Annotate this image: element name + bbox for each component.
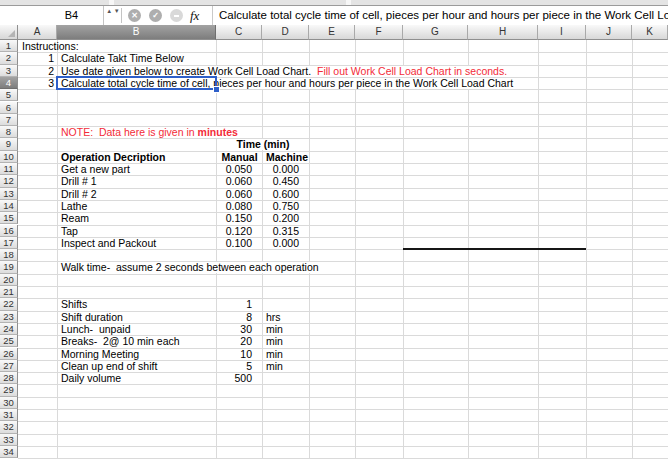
cell-B26[interactable]: Morning Meeting (58, 349, 216, 360)
cell-C17[interactable]: 0.100 (217, 238, 262, 249)
cell-B10[interactable]: Operation Decription (58, 152, 216, 163)
row-header-6[interactable]: 6 (0, 102, 18, 114)
column-header-D[interactable]: D (262, 25, 309, 40)
fill-handle[interactable] (213, 86, 220, 93)
row-header-11[interactable]: 11 (0, 163, 18, 175)
row-header-24[interactable]: 24 (0, 323, 18, 335)
row-header-22[interactable]: 22 (0, 298, 18, 310)
cell-B16[interactable]: Tap (58, 226, 216, 237)
cell-B2[interactable]: Calculate Takt Time Below (58, 53, 216, 64)
cell-C12[interactable]: 0.060 (217, 176, 262, 187)
row-header-27[interactable]: 27 (0, 360, 18, 372)
row-header-5[interactable]: 5 (0, 89, 18, 101)
cell-D27[interactable]: min (263, 361, 309, 372)
row-header-16[interactable]: 16 (0, 225, 18, 237)
cell-D23[interactable]: hrs (263, 312, 309, 323)
row-header-20[interactable]: 20 (0, 274, 18, 286)
column-header-H[interactable]: H (468, 25, 538, 40)
cell-B25[interactable]: Breaks- 2@ 10 min each (58, 336, 216, 347)
cell-B8[interactable]: NOTE: Data here is given in minutes (58, 127, 241, 138)
cell-B17[interactable]: Inspect and Packout (58, 238, 216, 249)
row-header-30[interactable]: 30 (0, 397, 18, 409)
row-header-18[interactable]: 18 (0, 249, 18, 261)
cell-C27[interactable]: 5 (217, 361, 262, 372)
select-all-corner[interactable] (0, 25, 18, 40)
column-header-K[interactable]: K (632, 25, 668, 40)
row-header-3[interactable]: 3 (0, 65, 18, 77)
cell-A2[interactable]: 1 (19, 53, 57, 64)
row-header-1[interactable]: 1 (0, 40, 18, 52)
cell-text: 500 (234, 372, 252, 384)
cell-C24[interactable]: 30 (217, 324, 262, 335)
column-header-E[interactable]: E (309, 25, 355, 40)
cell-B19[interactable]: Walk time- assume 2 seconds between each… (58, 262, 322, 273)
cell-D13[interactable]: 0.600 (263, 189, 309, 200)
cell-A1[interactable]: Instructions: (19, 41, 57, 52)
gridline-horizontal (18, 446, 668, 447)
column-header-B[interactable]: B (57, 25, 216, 40)
row-header-21[interactable]: 21 (0, 286, 18, 298)
cell-B23[interactable]: Shift duration (58, 312, 216, 323)
cell-D26[interactable]: min (263, 349, 309, 360)
cell-C25[interactable]: 20 (217, 336, 262, 347)
cell-C22[interactable]: 1 (217, 299, 262, 310)
row-header-32[interactable]: 32 (0, 421, 18, 433)
column-header-F[interactable]: F (355, 25, 403, 40)
cell-B11[interactable]: Get a new part (58, 164, 216, 175)
row-header-17[interactable]: 17 (0, 237, 18, 249)
row-header-34[interactable]: 34 (0, 446, 18, 458)
cell-C28[interactable]: 500 (217, 373, 262, 384)
column-header-G[interactable]: G (403, 25, 468, 40)
row-header-19[interactable]: 19 (0, 261, 18, 273)
row-header-10[interactable]: 10 (0, 151, 18, 163)
row-header-25[interactable]: 25 (0, 335, 18, 347)
row-header-13[interactable]: 13 (0, 188, 18, 200)
cell-C11[interactable]: 0.050 (217, 164, 262, 175)
cell-D17[interactable]: 0.000 (263, 238, 309, 249)
cell-B13[interactable]: Drill # 2 (58, 189, 216, 200)
cell-C23[interactable]: 8 (217, 312, 262, 323)
row-header-4[interactable]: 4 (0, 77, 18, 89)
cell-D14[interactable]: 0.750 (263, 201, 309, 212)
column-header-J[interactable]: J (586, 25, 632, 40)
row-header-7[interactable]: 7 (0, 114, 18, 126)
column-header-A[interactable]: A (18, 25, 57, 40)
cell-D16[interactable]: 0.315 (263, 226, 309, 237)
cell-A4[interactable]: 3 (19, 78, 57, 89)
row-header-8[interactable]: 8 (0, 126, 18, 138)
row-header-23[interactable]: 23 (0, 311, 18, 323)
cell-B24[interactable]: Lunch- unpaid (58, 324, 216, 335)
cell-B22[interactable]: Shifts (58, 299, 216, 310)
column-header-C[interactable]: C (216, 25, 262, 40)
cell-C13[interactable]: 0.060 (217, 189, 262, 200)
cell-D25[interactable]: min (263, 336, 309, 347)
column-header-I[interactable]: I (538, 25, 586, 40)
cell-B28[interactable]: Daily volume (58, 373, 216, 384)
cell-C26[interactable]: 10 (217, 349, 262, 360)
row-header-15[interactable]: 15 (0, 212, 18, 224)
row-header-31[interactable]: 31 (0, 409, 18, 421)
cell-C10[interactable]: Manual (217, 152, 262, 163)
cell-B14[interactable]: Lathe (58, 201, 216, 212)
cell-B27[interactable]: Clean up end of shift (58, 361, 216, 372)
cell-C16[interactable]: 0.120 (217, 226, 262, 237)
cell-D10[interactable]: Machine (263, 152, 309, 163)
row-header-28[interactable]: 28 (0, 372, 18, 384)
cell-D24[interactable]: min (263, 324, 309, 335)
cell-C15[interactable]: 0.150 (217, 213, 262, 224)
row-header-26[interactable]: 26 (0, 348, 18, 360)
cell-C9[interactable]: Time (min) (217, 139, 309, 150)
cell-D15[interactable]: 0.200 (263, 213, 309, 224)
row-header-12[interactable]: 12 (0, 175, 18, 187)
row-header-14[interactable]: 14 (0, 200, 18, 212)
row-header-9[interactable]: 9 (0, 138, 18, 150)
row-header-33[interactable]: 33 (0, 434, 18, 446)
cell-B15[interactable]: Ream (58, 213, 216, 224)
cell-B12[interactable]: Drill # 1 (58, 176, 216, 187)
cell-C14[interactable]: 0.080 (217, 201, 262, 212)
row-header-29[interactable]: 29 (0, 384, 18, 396)
cell-A3[interactable]: 2 (19, 66, 57, 77)
cell-D11[interactable]: 0.000 (263, 164, 309, 175)
cell-D12[interactable]: 0.450 (263, 176, 309, 187)
row-header-2[interactable]: 2 (0, 52, 18, 64)
